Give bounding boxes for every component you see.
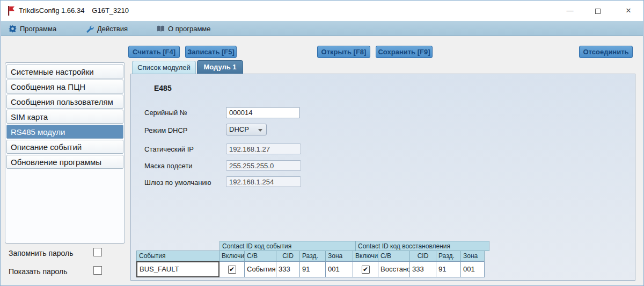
device-name: G16T_3210 — [92, 6, 129, 15]
menu-actions[interactable]: Действия — [86, 21, 128, 36]
serial-input[interactable] — [226, 107, 300, 118]
sidebar-item-rs485-modules[interactable]: RS485 модули — [6, 125, 123, 139]
window-title: TrikdisConfig 1.66.34G16T_3210 — [19, 1, 129, 21]
serial-label: Серийный № — [144, 109, 187, 117]
dhcp-mode-select[interactable]: DHCP — [226, 124, 267, 135]
events-table: Contact ID код события Contact ID код во… — [136, 241, 489, 277]
menu-program[interactable]: Программа — [9, 21, 56, 36]
tab-module-list[interactable]: Список модулей — [132, 61, 196, 74]
disconnect-button[interactable]: Отсоединить — [579, 46, 633, 58]
menu-bar: Программа Действия О программе — [1, 21, 643, 36]
table-row: BUS_FAULT ✔ События 333 91 001 ✔ Восстан… — [136, 261, 489, 277]
column-header-sv-event: С/В — [244, 251, 276, 261]
group-header-spacer — [136, 241, 219, 251]
restore-partition-cell[interactable]: 91 — [436, 261, 461, 277]
column-header-events: События — [136, 251, 219, 261]
restore-enabled-checkbox[interactable]: ✔ — [362, 266, 370, 274]
write-button[interactable]: Записать [F5] — [185, 46, 237, 58]
restore-sv-cell[interactable]: Восстановление — [378, 261, 410, 277]
static-ip-input[interactable] — [226, 144, 301, 154]
module-model-label: E485 — [154, 84, 172, 92]
remember-password-label: Запомнить пароль — [9, 249, 73, 258]
table-column-header-row: События Включить С/В CID Разд. Зона Вклю… — [136, 251, 489, 261]
book-icon — [157, 25, 165, 33]
restore-zone-cell[interactable]: 001 — [460, 261, 485, 277]
read-button[interactable]: Считать [F4] — [128, 46, 180, 58]
sidebar-item-sim-card[interactable]: SIM карта — [6, 110, 123, 124]
column-header-partition-restore: Разд. — [436, 251, 461, 261]
menu-actions-label: Действия — [97, 25, 128, 33]
tab-module-1[interactable]: Модуль 1 — [197, 60, 243, 74]
gateway-label: Шлюз по умолчанию — [144, 178, 211, 187]
menu-about-label: О программе — [168, 25, 211, 33]
app-logo-icon — [8, 6, 15, 16]
column-header-zone-restore: Зона — [460, 251, 485, 261]
column-header-sv-restore: С/В — [378, 251, 410, 261]
show-password-label: Показать пароль — [9, 267, 68, 276]
minimize-button[interactable]: — — [558, 3, 582, 19]
column-header-cid-restore: CID — [409, 251, 436, 261]
menu-program-label: Программа — [20, 25, 56, 33]
restore-enabled-cell: ✔ — [353, 261, 378, 277]
maximize-icon — [595, 9, 601, 14]
menu-about[interactable]: О программе — [157, 21, 211, 36]
event-sv-cell[interactable]: События — [244, 261, 276, 277]
column-header-enable-event: Включить — [219, 251, 245, 261]
group-header-restore: Contact ID код восстановления — [355, 241, 489, 251]
column-header-partition-event: Разд. — [299, 251, 326, 261]
open-button[interactable]: Открыть [F8] — [317, 46, 370, 58]
close-button[interactable]: × — [615, 3, 642, 19]
event-enabled-checkbox[interactable]: ✔ — [228, 266, 236, 274]
app-title: TrikdisConfig 1.66.34 — [19, 6, 84, 15]
column-header-zone-event: Зона — [325, 251, 353, 261]
gateway-input[interactable] — [226, 176, 301, 187]
sidebar-item-user-messages[interactable]: Сообщения пользователям — [6, 95, 123, 109]
static-ip-label: Статический IP — [144, 145, 194, 153]
event-cid-cell[interactable]: 333 — [276, 261, 300, 277]
dhcp-mode-label: Режим DHCP — [144, 126, 188, 134]
wrench-icon — [86, 25, 94, 33]
app-window: TrikdisConfig 1.66.34G16T_3210 — × Прогр… — [0, 0, 644, 286]
sidebar-item-firmware-update[interactable]: Обновление программы — [6, 155, 123, 169]
chevron-down-icon — [258, 129, 262, 132]
dhcp-mode-value: DHCP — [229, 125, 249, 133]
column-header-cid-event: CID — [276, 251, 300, 261]
sidebar: Системные настройки Сообщения на ПЦН Соо… — [5, 62, 125, 244]
gear-icon — [9, 25, 17, 33]
sidebar-item-cms-messages[interactable]: Сообщения на ПЦН — [6, 80, 123, 94]
show-password-checkbox[interactable] — [93, 266, 102, 275]
table-group-header-row: Contact ID код события Contact ID код во… — [136, 241, 489, 251]
maximize-button[interactable] — [586, 3, 610, 19]
restore-cid-cell[interactable]: 333 — [409, 261, 436, 277]
save-button[interactable]: Сохранить [F9] — [376, 46, 433, 58]
event-enabled-cell: ✔ — [219, 261, 245, 277]
column-header-enable-restore: Включить — [353, 251, 378, 261]
group-header-event: Contact ID код события — [219, 241, 356, 251]
subnet-mask-label: Маска подсети — [144, 162, 193, 170]
event-zone-cell[interactable]: 001 — [325, 261, 353, 277]
subnet-mask-input[interactable] — [226, 160, 301, 171]
sidebar-item-event-descriptions[interactable]: Описание событий — [6, 140, 123, 154]
title-bar: TrikdisConfig 1.66.34G16T_3210 — × — [1, 1, 643, 21]
event-name-cell[interactable]: BUS_FAULT — [136, 261, 219, 277]
event-partition-cell[interactable]: 91 — [299, 261, 326, 277]
remember-password-checkbox[interactable] — [93, 248, 102, 256]
sidebar-item-system-settings[interactable]: Системные настройки — [6, 65, 123, 78]
